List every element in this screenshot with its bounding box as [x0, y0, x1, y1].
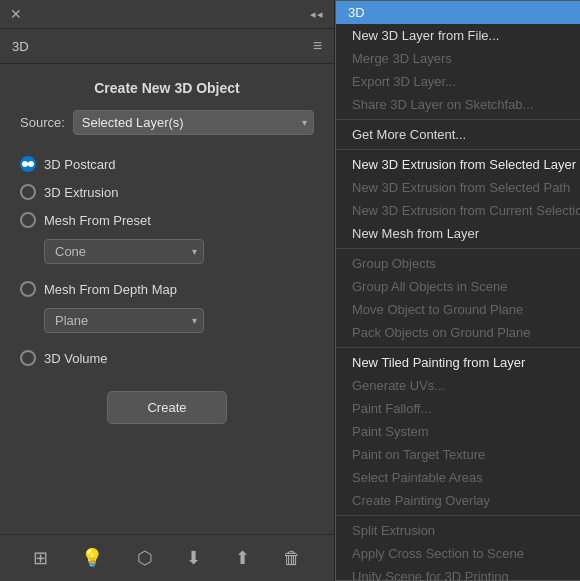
radio-mesh-preset[interactable]: Mesh From Preset — [20, 207, 314, 233]
panel-menu-icon[interactable]: ≡ — [313, 37, 322, 55]
menu-new-mesh-from-layer[interactable]: New Mesh from Layer ▶ — [336, 222, 580, 245]
depth-map-select[interactable]: Plane — [44, 308, 204, 333]
radio-volume-label: 3D Volume — [44, 351, 108, 366]
radio-depth-map-circle — [20, 281, 36, 297]
menu-new-3d-extrusion-selected[interactable]: New 3D Extrusion from Selected Layer — [336, 153, 580, 176]
menu-new-3d-extrusion-current: New 3D Extrusion from Current Selection — [336, 199, 580, 222]
menu-paint-on-target-label: Paint on Target Texture — [352, 447, 485, 462]
menu-group-objects: Group Objects — [336, 252, 580, 275]
menu-select-paintable: Select Paintable Areas — [336, 466, 580, 489]
source-select-wrapper: Selected Layer(s) ▾ — [73, 110, 314, 135]
radio-mesh-preset-circle — [20, 212, 36, 228]
menu-paint-on-target: Paint on Target Texture ▶ — [336, 443, 580, 466]
collapse-button[interactable]: ◂◂ — [310, 8, 324, 21]
radio-depth-map[interactable]: Mesh From Depth Map — [20, 276, 314, 302]
menu-unify-scene: Unify Scene for 3D Printing — [336, 565, 580, 580]
separator-3 — [336, 248, 580, 249]
radio-postcard-circle — [20, 156, 36, 172]
menu-split-extrusion: Split Extrusion — [336, 519, 580, 542]
menu-merge-3d: Merge 3D Layers — [336, 47, 580, 70]
section-title: Create New 3D Object — [20, 80, 314, 96]
left-panel: ✕ ◂◂ 3D ≡ Create New 3D Object Source: S… — [0, 0, 335, 581]
close-button[interactable]: ✕ — [10, 6, 22, 22]
menu-create-painting-label: Create Painting Overlay — [352, 493, 490, 508]
radio-extrusion-circle — [20, 184, 36, 200]
menu-move-object-ground: Move Object to Ground Plane — [336, 298, 580, 321]
menu-apply-cross-section: Apply Cross Section to Scene — [336, 542, 580, 565]
grid-icon[interactable]: ⊞ — [29, 543, 52, 573]
menu-header: 3D — [336, 1, 580, 24]
move-up-icon[interactable]: ⬆ — [231, 543, 254, 573]
radio-volume-circle — [20, 350, 36, 366]
move-down-icon[interactable]: ⬇ — [182, 543, 205, 573]
menu-create-painting-overlay: Create Painting Overlay ▶ — [336, 489, 580, 512]
cube-icon[interactable]: ⬡ — [133, 543, 157, 573]
menu-new-3d-extrusion-path: New 3D Extrusion from Selected Path — [336, 176, 580, 199]
radio-postcard-label: 3D Postcard — [44, 157, 116, 172]
menu-new-mesh-label: New Mesh from Layer — [352, 226, 479, 241]
bulb-icon[interactable]: 💡 — [77, 543, 107, 573]
source-select[interactable]: Selected Layer(s) — [73, 110, 314, 135]
depth-map-dropdown: Plane ▾ — [44, 308, 314, 333]
menu-paint-falloff: Paint Falloff... — [336, 397, 580, 420]
panel-content: Create New 3D Object Source: Selected La… — [0, 64, 334, 534]
create-button[interactable]: Create — [107, 391, 227, 424]
menu-get-more-content[interactable]: Get More Content... — [336, 123, 580, 146]
menu-group-all-objects: Group All Objects in Scene — [336, 275, 580, 298]
separator-5 — [336, 515, 580, 516]
separator-4 — [336, 347, 580, 348]
preset-dropdown: Cone ▾ — [44, 239, 314, 264]
panel-bottom-toolbar: ⊞ 💡 ⬡ ⬇ ⬆ 🗑 — [0, 534, 334, 581]
separator-1 — [336, 119, 580, 120]
radio-volume[interactable]: 3D Volume — [20, 345, 314, 371]
panel-title-bar: 3D ≡ — [0, 29, 334, 64]
source-row: Source: Selected Layer(s) ▾ — [20, 110, 314, 135]
panel-title: 3D — [12, 39, 29, 54]
separator-2 — [336, 149, 580, 150]
radio-extrusion[interactable]: 3D Extrusion — [20, 179, 314, 205]
menu-export-3d: Export 3D Layer... — [336, 70, 580, 93]
menu-generate-uvs: Generate UVs... — [336, 374, 580, 397]
preset-select-wrapper: Cone ▾ — [44, 239, 204, 264]
menu-share-sketchfab: Share 3D Layer on Sketchfab... — [336, 93, 580, 116]
source-label: Source: — [20, 115, 65, 130]
radio-extrusion-label: 3D Extrusion — [44, 185, 118, 200]
radio-depth-map-label: Mesh From Depth Map — [44, 282, 177, 297]
radio-postcard[interactable]: 3D Postcard — [20, 151, 314, 177]
menu-content: New 3D Layer from File... Merge 3D Layer… — [336, 24, 580, 580]
menu-paint-system-label: Paint System — [352, 424, 429, 439]
preset-select[interactable]: Cone — [44, 239, 204, 264]
radio-group: 3D Postcard 3D Extrusion Mesh From Prese… — [20, 151, 314, 371]
trash-icon[interactable]: 🗑 — [279, 544, 305, 573]
right-panel: 3D New 3D Layer from File... Merge 3D La… — [335, 0, 580, 581]
menu-pack-objects-ground: Pack Objects on Ground Plane — [336, 321, 580, 344]
radio-mesh-preset-label: Mesh From Preset — [44, 213, 151, 228]
panel-top-bar: ✕ ◂◂ — [0, 0, 334, 29]
depth-map-select-wrapper: Plane ▾ — [44, 308, 204, 333]
menu-new-3d-layer[interactable]: New 3D Layer from File... — [336, 24, 580, 47]
menu-paint-system: Paint System ▶ — [336, 420, 580, 443]
menu-new-tiled-painting[interactable]: New Tiled Painting from Layer — [336, 351, 580, 374]
